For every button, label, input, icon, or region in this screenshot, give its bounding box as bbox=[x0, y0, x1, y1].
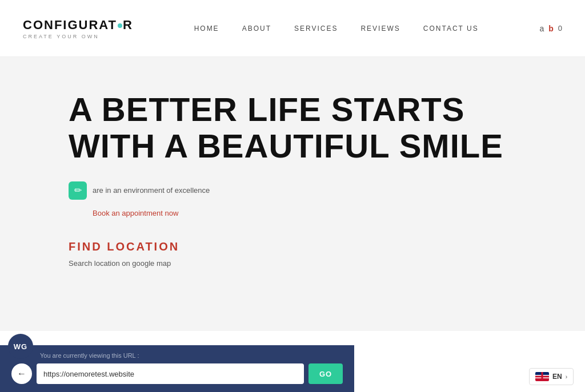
cart-icon[interactable]: b bbox=[548, 24, 554, 33]
wg-badge: WG bbox=[8, 334, 33, 359]
main-nav: HOME ABOUT SERVICES REVIEWS CONTACT US bbox=[194, 25, 479, 33]
nav-about[interactable]: ABOUT bbox=[242, 25, 271, 33]
cart-count: 0 bbox=[558, 24, 562, 33]
bottom-bar-label: You are currently viewing this URL : bbox=[40, 352, 343, 359]
language-code: EN bbox=[552, 373, 562, 381]
hero-title: A BETTER LIFE STARTS WITH A BEAUTIFUL SM… bbox=[69, 91, 514, 164]
nav-reviews[interactable]: REVIEWS bbox=[360, 25, 400, 33]
back-arrow-icon: ← bbox=[17, 369, 26, 379]
url-input[interactable] bbox=[37, 363, 304, 384]
flag-icon bbox=[535, 372, 549, 381]
logo-subtitle: CREATE YOUR OWN bbox=[23, 34, 133, 39]
book-appointment-link[interactable]: Book an appointment now bbox=[93, 209, 539, 217]
logo: CONFIGURATR CREATE YOUR OWN bbox=[23, 18, 133, 39]
nav-services[interactable]: SERVICES bbox=[294, 25, 338, 33]
hero-section: A BETTER LIFE STARTS WITH A BEAUTIFUL SM… bbox=[0, 57, 585, 331]
find-location-title: FIND LOCATION bbox=[69, 240, 539, 253]
find-location-text: Search location on google map bbox=[69, 259, 539, 268]
hero-subtitle-row: ✏ are in an environment of excellence bbox=[69, 181, 539, 200]
nav-contact-us[interactable]: CONTACT US bbox=[423, 25, 479, 33]
back-button[interactable]: ← bbox=[11, 363, 32, 384]
pencil-icon: ✏ bbox=[69, 181, 87, 200]
nav-home[interactable]: HOME bbox=[194, 25, 219, 33]
logo-dot bbox=[118, 23, 122, 28]
chevron-right-icon: › bbox=[566, 374, 567, 380]
header: CONFIGURATR CREATE YOUR OWN HOME ABOUT S… bbox=[0, 0, 585, 57]
hero-subtitle-text: are in an environment of excellence bbox=[93, 186, 210, 195]
language-picker[interactable]: EN › bbox=[529, 368, 574, 385]
user-icon[interactable]: a bbox=[539, 24, 544, 33]
go-button[interactable]: GO bbox=[308, 363, 343, 384]
find-location-section: FIND LOCATION Search location on google … bbox=[69, 240, 539, 268]
logo-title: CONFIGURATR bbox=[23, 18, 133, 33]
nav-right: a b 0 bbox=[539, 24, 562, 33]
bottom-bar-row: ← GO bbox=[11, 363, 343, 384]
bottom-bar: WG You are currently viewing this URL : … bbox=[0, 345, 354, 392]
